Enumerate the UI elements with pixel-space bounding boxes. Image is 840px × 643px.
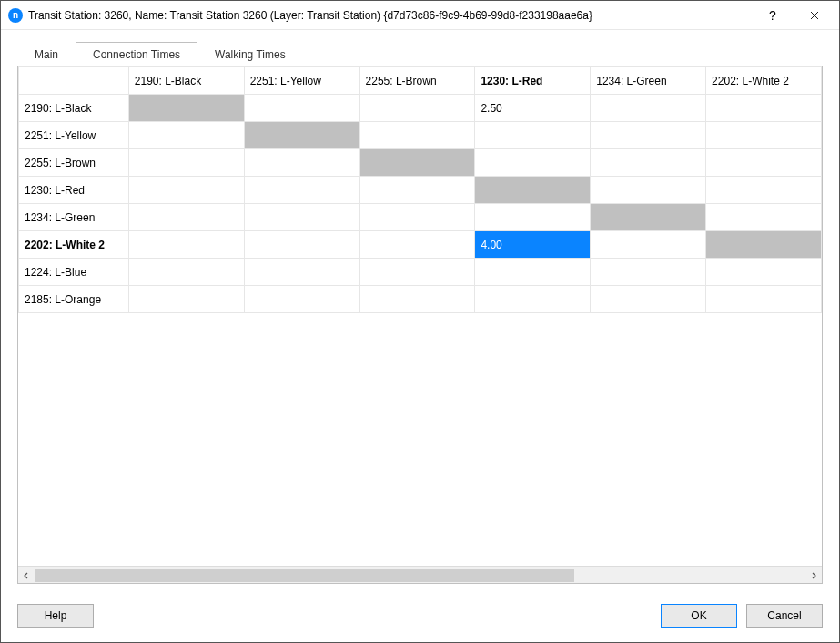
grid-cell[interactable]: [706, 204, 822, 231]
grid-cell[interactable]: [359, 259, 475, 286]
tab-walking-times[interactable]: Walking Times: [197, 42, 303, 66]
grid-cell[interactable]: [128, 95, 244, 122]
chevron-right-icon: [810, 572, 817, 579]
grid-cell[interactable]: [128, 259, 244, 286]
row-header[interactable]: 2185: L-Orange: [19, 286, 129, 313]
connection-times-grid-wrap: 2190: L-Black2251: L-Yellow2255: L-Brown…: [18, 66, 822, 566]
grid-cell[interactable]: [244, 122, 359, 149]
column-header[interactable]: 2255: L-Brown: [359, 67, 475, 95]
grid-cell[interactable]: [128, 286, 244, 313]
close-icon: [810, 11, 819, 20]
tab-connection-times[interactable]: Connection Times: [76, 42, 197, 66]
titlebar: n Transit Station: 3260, Name: Transit S…: [1, 1, 839, 30]
grid-cell[interactable]: [359, 204, 475, 231]
horizontal-scrollbar[interactable]: [18, 566, 822, 583]
grid-cell[interactable]: [244, 177, 359, 204]
grid-cell[interactable]: [591, 149, 706, 177]
chevron-left-icon: [23, 572, 30, 579]
grid-cell[interactable]: [591, 204, 706, 231]
tab-main[interactable]: Main: [17, 42, 76, 66]
app-icon: n: [8, 8, 23, 23]
column-header[interactable]: 2190: L-Black: [128, 67, 244, 95]
grid-cell[interactable]: [706, 231, 822, 259]
column-header[interactable]: 2251: L-Yellow: [244, 67, 359, 95]
grid-cell[interactable]: [475, 286, 591, 313]
grid-cell[interactable]: [128, 149, 244, 177]
grid-cell[interactable]: [244, 149, 359, 177]
grid-cell[interactable]: [359, 286, 475, 313]
grid-cell[interactable]: [244, 95, 359, 122]
grid-cell[interactable]: [244, 204, 359, 231]
row-header[interactable]: 2190: L-Black: [19, 95, 129, 122]
scroll-right-button[interactable]: [805, 567, 822, 584]
grid-cell[interactable]: [706, 95, 822, 122]
tab-strip: Main Connection Times Walking Times: [1, 30, 839, 66]
grid-cell[interactable]: [244, 259, 359, 286]
grid-cell[interactable]: 2.50: [475, 95, 591, 122]
tab-content: 2190: L-Black2251: L-Yellow2255: L-Brown…: [17, 66, 823, 584]
grid-cell[interactable]: [475, 259, 591, 286]
window-title: Transit Station: 3260, Name: Transit Sta…: [28, 9, 752, 22]
grid-cell[interactable]: [359, 122, 475, 149]
column-header[interactable]: 2202: L-White 2: [706, 67, 822, 95]
column-header[interactable]: 1230: L-Red: [475, 67, 591, 95]
grid-cell[interactable]: [128, 177, 244, 204]
ok-button[interactable]: OK: [661, 604, 737, 628]
grid-cell[interactable]: [591, 231, 706, 259]
grid-cell[interactable]: [128, 122, 244, 149]
row-header[interactable]: 1234: L-Green: [19, 204, 129, 231]
connection-times-grid[interactable]: 2190: L-Black2251: L-Yellow2255: L-Brown…: [18, 66, 822, 313]
grid-corner: [19, 67, 129, 95]
grid-cell[interactable]: [244, 286, 359, 313]
row-header[interactable]: 2202: L-White 2: [19, 231, 129, 259]
grid-cell[interactable]: [128, 204, 244, 231]
grid-cell[interactable]: [359, 149, 475, 177]
grid-cell[interactable]: [475, 204, 591, 231]
grid-cell[interactable]: [591, 95, 706, 122]
grid-cell[interactable]: 4.00: [475, 231, 591, 259]
dialog-window: n Transit Station: 3260, Name: Transit S…: [0, 0, 840, 643]
close-button[interactable]: [794, 1, 835, 30]
grid-cell[interactable]: [706, 149, 822, 177]
row-header[interactable]: 2251: L-Yellow: [19, 122, 129, 149]
help-button[interactable]: ?: [752, 1, 794, 30]
grid-cell[interactable]: [591, 122, 706, 149]
grid-cell[interactable]: [359, 95, 475, 122]
grid-cell[interactable]: [706, 177, 822, 204]
cancel-button[interactable]: Cancel: [746, 604, 823, 628]
grid-cell[interactable]: [475, 177, 591, 204]
dialog-footer: Help OK Cancel: [1, 595, 839, 642]
grid-cell[interactable]: [475, 149, 591, 177]
grid-cell[interactable]: [591, 259, 706, 286]
scrollbar-track[interactable]: [35, 567, 805, 584]
column-header[interactable]: 1234: L-Green: [591, 67, 706, 95]
grid-cell[interactable]: [706, 286, 822, 313]
scroll-left-button[interactable]: [18, 567, 35, 584]
grid-cell[interactable]: [706, 259, 822, 286]
row-header[interactable]: 1224: L-Blue: [19, 259, 129, 286]
help-button-footer[interactable]: Help: [17, 604, 94, 628]
grid-cell[interactable]: [591, 286, 706, 313]
grid-cell[interactable]: [475, 122, 591, 149]
scrollbar-thumb[interactable]: [35, 569, 574, 582]
row-header[interactable]: 1230: L-Red: [19, 177, 129, 204]
grid-cell[interactable]: [359, 177, 475, 204]
grid-cell[interactable]: [706, 122, 822, 149]
grid-cell[interactable]: [128, 231, 244, 259]
row-header[interactable]: 2255: L-Brown: [19, 149, 129, 177]
grid-cell[interactable]: [591, 177, 706, 204]
grid-cell[interactable]: [359, 231, 475, 259]
grid-cell[interactable]: [244, 231, 359, 259]
